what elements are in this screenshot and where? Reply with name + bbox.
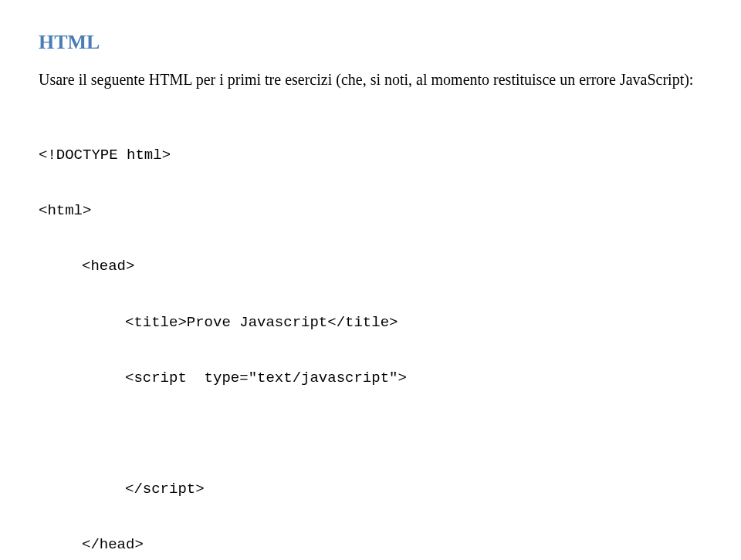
code-line: <script type="text/javascript">	[39, 364, 702, 392]
code-block: <!DOCTYPE html> <html> <head> <title>Pro…	[39, 113, 702, 560]
code-line: </head>	[39, 531, 702, 558]
code-line: <head>	[39, 252, 702, 280]
code-line: </script>	[39, 475, 702, 503]
section-heading: HTML	[39, 31, 702, 54]
code-line: <title>Prove Javascript</title>	[39, 309, 702, 336]
code-line: <html>	[39, 197, 702, 224]
code-line: <!DOCTYPE html>	[39, 141, 702, 169]
intro-paragraph: Usare il seguente HTML per i primi tre e…	[39, 68, 702, 92]
code-blank-line	[39, 420, 702, 447]
